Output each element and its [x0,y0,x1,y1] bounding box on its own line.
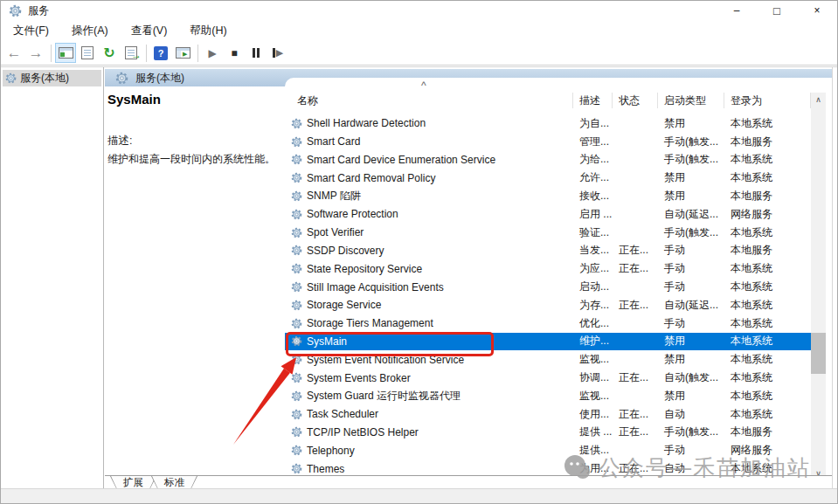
table-row[interactable]: State Repository Service 为应... 正在... 手动 … [285,259,811,278]
column-header-name[interactable]: 名称 [285,93,573,108]
column-header-logon-as[interactable]: 登录为 [724,93,811,108]
export-list-button[interactable]: → [121,43,142,63]
tree-item-services-local[interactable]: 服务(本地) [3,70,101,86]
service-description: 监视... [573,389,613,404]
service-description: 管理... [573,135,613,149]
table-row[interactable]: SNMP 陷阱 接收... 禁用 本地服务 [285,187,811,205]
table-row[interactable]: Smart Card Removal Policy 允许... 禁用 本地系统 [285,169,811,187]
pause-service-button[interactable] [246,43,267,63]
table-row[interactable]: SSDP Discovery 当发... 正在... 手动 本地服务 [285,242,811,260]
service-name: System Events Broker [307,372,411,384]
service-logon-as: 本地系统 [724,298,811,313]
stop-service-button[interactable]: ■ [224,43,245,63]
back-button[interactable]: ← [3,43,24,63]
table-row[interactable]: Software Protection 启用 ... 自动(延迟... 网络服务 [285,205,811,224]
service-name: Telephony [307,445,355,457]
table-row[interactable]: Smart Card Device Enumeration Service 为给… [285,151,811,169]
service-gear-icon [291,335,302,347]
pane-right-edge [832,67,833,488]
column-header-status[interactable]: 状态 [613,93,658,108]
table-row[interactable]: Storage Tiers Management 优化... 手动 本地系统 [285,314,811,333]
extended-description-block: SysMain 描述: 维护和提高一段时间内的系统性能。 [107,92,282,166]
service-logon-as: 本地系统 [724,352,811,367]
service-name: SSDP Discovery [307,245,384,257]
stop-service-icon: ■ [231,48,237,59]
menu-action[interactable]: 操作(A) [64,21,116,41]
service-startup-type: 手动 [658,243,724,258]
toolbar-separator [146,45,147,62]
service-startup-type: 自动(延迟... [658,207,724,222]
service-description: 使用... [573,407,613,422]
service-status: 正在... [613,370,658,385]
title-bar: 服务 – □ × [1,1,837,20]
refresh-button[interactable]: ↻ [99,43,120,63]
service-startup-type: 手动 [658,280,724,294]
service-gear-icon [291,227,302,238]
column-header-description[interactable]: 描述 [573,93,613,108]
help-button[interactable]: ? [150,43,171,63]
column-header-startup-type[interactable]: 启动类型 [658,93,724,108]
menu-file[interactable]: 文件(F) [5,21,57,41]
list-header: ^ 名称 描述 状态 启动类型 登录为 [285,90,811,111]
start-service-button[interactable]: ▶ [202,43,223,63]
service-description: 监视... [573,352,613,367]
service-gear-icon [291,463,302,474]
service-gear-icon [291,372,302,383]
refresh-icon: ↻ [103,46,114,60]
help-icon: ? [154,46,168,60]
service-name: System Guard 运行时监视器代理 [307,389,461,404]
service-name: Themes [307,463,344,475]
service-gear-icon [291,281,302,293]
table-row[interactable]: Smart Card 管理... 手动(触发... 本地服务 [285,133,811,151]
pause-service-icon [253,48,260,58]
table-row[interactable]: Spot Verifier 验证... 手动(触发... 本地系统 [285,224,811,242]
console-tree-button[interactable] [55,43,76,63]
table-row[interactable]: SysMain 维护... 禁用 本地系统 [285,333,811,351]
table-row[interactable]: System Event Notification Service 监视... … [285,350,811,369]
watermark-text: 公众号—禾苗加油站 [599,453,811,482]
minimize-button[interactable]: – [717,1,757,20]
service-gear-icon [291,172,302,183]
restart-service-button[interactable]: ▶ [267,43,288,63]
table-row[interactable]: Storage Service 为存... 正在... 自动(延迟... 本地系… [285,296,811,314]
service-gear-icon [291,300,302,311]
scroll-up-icon[interactable]: ∧ [811,93,826,106]
selected-service-title: SysMain [107,92,282,107]
table-row[interactable]: Task Scheduler 使用... 正在... 自动 本地系统 [285,405,811,424]
services-gear-icon [5,72,17,84]
vertical-scrollbar[interactable]: ∧ ∨ [811,93,826,480]
table-row[interactable]: Shell Hardware Detection 为自... 禁用 本地系统 [285,114,811,133]
service-logon-as: 本地系统 [724,280,811,294]
forward-button[interactable]: → [25,43,46,63]
service-startup-type: 手动(触发... [658,135,724,149]
service-gear-icon [291,318,302,329]
service-logon-as: 本地系统 [724,225,811,240]
service-name: Shell Hardware Detection [307,117,426,129]
service-logon-as: 本地系统 [724,370,811,385]
menu-view[interactable]: 查看(V) [123,21,176,41]
properties-button[interactable] [77,43,98,63]
service-description: 协调... [573,370,613,385]
back-icon: ← [7,45,22,60]
toolbar-separator [197,45,198,62]
service-logon-as: 本地服务 [724,425,811,439]
service-gear-icon [291,426,302,438]
service-logon-as: 本地系统 [724,334,811,349]
table-row[interactable]: TCP/IP NetBIOS Helper 提供 ... 正在... 手动(触发… [285,424,811,442]
action-pane-button[interactable]: ▶ [172,43,193,63]
maximize-button[interactable]: □ [757,1,797,20]
service-logon-as: 网络服务 [724,207,811,222]
table-row[interactable]: Still Image Acquisition Events 启动... 手动 … [285,278,811,296]
table-row[interactable]: System Guard 运行时监视器代理 监视... 禁用 本地系统 [285,387,811,405]
table-row[interactable]: System Events Broker 协调... 正在... 自动(触发..… [285,369,811,387]
close-button[interactable]: × [797,1,837,20]
service-logon-as: 本地服务 [724,189,811,204]
service-gear-icon [291,190,302,202]
service-logon-as: 本地系统 [724,152,811,167]
menu-bar: 文件(F) 操作(A) 查看(V) 帮助(H) [1,20,837,41]
description-text: 维护和提高一段时间内的系统性能。 [107,152,282,166]
service-description: 为自... [573,116,613,131]
scrollbar-thumb[interactable] [811,333,826,374]
menu-help[interactable]: 帮助(H) [182,21,234,41]
service-gear-icon [291,263,302,274]
